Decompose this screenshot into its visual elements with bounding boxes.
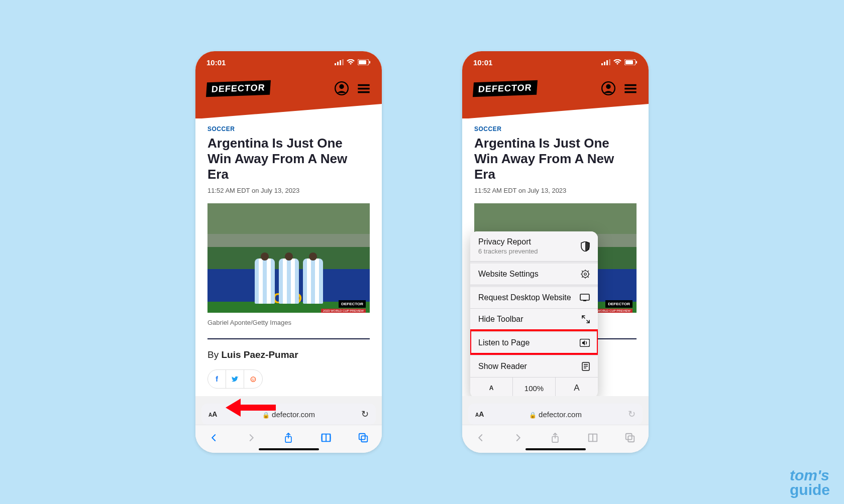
- site-header-area: 10:01 DEFECTOR: [195, 51, 382, 118]
- svg-point-30: [582, 271, 589, 278]
- hamburger-icon[interactable]: [357, 81, 371, 95]
- gear-icon: [581, 270, 590, 279]
- svg-rect-32: [580, 294, 589, 300]
- article-content: SOCCER Argentina Is Just One Win Away Fr…: [195, 118, 382, 408]
- author-link[interactable]: Luis Paez-Pumar: [221, 349, 298, 360]
- svg-rect-29: [624, 91, 636, 93]
- lock-icon: 🔒: [529, 412, 537, 419]
- article-category[interactable]: SOCCER: [207, 125, 370, 133]
- article-category[interactable]: SOCCER: [474, 125, 637, 133]
- zoom-level[interactable]: 100%: [513, 377, 556, 399]
- svg-rect-27: [624, 84, 636, 86]
- url-text: defector.com: [539, 410, 582, 419]
- reload-button[interactable]: ↻: [361, 409, 369, 420]
- account-icon[interactable]: [335, 81, 349, 95]
- page-settings-button[interactable]: AA: [475, 410, 484, 418]
- back-button[interactable]: [207, 431, 221, 445]
- forward-button: [244, 431, 258, 445]
- battery-icon: [358, 59, 371, 65]
- svg-rect-21: [609, 59, 610, 65]
- svg-rect-5: [359, 60, 366, 64]
- page-settings-menu: Privacy Report 6 trackers prevented Webs…: [470, 231, 598, 399]
- reload-button: ↻: [628, 409, 636, 420]
- zoom-row: A 100% A: [470, 377, 598, 399]
- image-badge: DEFECTOR: [339, 300, 366, 308]
- bookmarks-button[interactable]: [319, 431, 333, 445]
- menu-website-settings[interactable]: Website Settings: [470, 262, 598, 285]
- share-row: f: [207, 369, 263, 389]
- share-reddit[interactable]: [244, 370, 262, 388]
- svg-rect-28: [624, 88, 636, 90]
- article-timestamp: 11:52 AM EDT on July 13, 2023: [474, 187, 637, 194]
- page-settings-button[interactable]: AA: [208, 410, 217, 418]
- bookmarks-button: [586, 431, 600, 445]
- phone-right: 10:01 DEFECTOR SOCCER Argentina Is Just …: [462, 51, 649, 453]
- shield-icon: [581, 241, 590, 251]
- forward-button: [511, 431, 525, 445]
- expand-icon: [582, 315, 590, 323]
- svg-point-31: [584, 273, 587, 276]
- cellular-icon: [335, 59, 344, 65]
- wifi-icon: [613, 59, 621, 65]
- svg-rect-20: [606, 60, 608, 65]
- article-headline: Argentina Is Just One Win Away From A Ne…: [474, 136, 637, 183]
- menu-show-reader[interactable]: Show Reader: [470, 354, 598, 377]
- svg-point-14: [254, 379, 255, 380]
- menu-request-desktop[interactable]: Request Desktop Website: [470, 285, 598, 309]
- svg-rect-17: [361, 436, 367, 442]
- site-logo[interactable]: DEFECTOR: [473, 80, 538, 96]
- wifi-icon: [347, 59, 355, 65]
- share-facebook[interactable]: f: [208, 370, 226, 388]
- share-button[interactable]: [281, 431, 295, 445]
- clock: 10:01: [473, 58, 492, 67]
- svg-rect-18: [601, 63, 603, 65]
- image-badge: DEFECTOR: [605, 300, 632, 308]
- callout-arrow-icon: [226, 399, 276, 417]
- image-subbadge: 2023 WORLD CUP PREVIEW: [321, 309, 366, 313]
- svg-rect-41: [628, 436, 634, 442]
- status-bar: 10:01: [195, 51, 382, 73]
- menu-hide-toolbar[interactable]: Hide Toolbar: [470, 309, 598, 330]
- svg-point-12: [251, 376, 255, 381]
- menu-listen-to-page[interactable]: Listen to Page: [470, 330, 598, 354]
- svg-point-8: [339, 84, 344, 89]
- watermark: tom's guide: [790, 468, 830, 497]
- hamburger-icon[interactable]: [623, 81, 638, 95]
- status-bar: 10:01: [462, 51, 649, 73]
- back-button: [474, 431, 488, 445]
- svg-rect-0: [335, 63, 336, 65]
- svg-rect-33: [583, 300, 586, 301]
- article-timestamp: 11:52 AM EDT on July 13, 2023: [207, 187, 370, 194]
- svg-rect-6: [369, 61, 370, 64]
- svg-rect-16: [359, 433, 365, 439]
- reader-icon: [582, 362, 590, 371]
- url-bar[interactable]: AA 🔒defector.com ↻: [468, 404, 643, 425]
- site-header-area: 10:01 DEFECTOR: [462, 51, 649, 118]
- cellular-icon: [601, 59, 610, 65]
- zoom-out-button[interactable]: A: [470, 377, 513, 399]
- desktop-icon: [580, 294, 590, 302]
- battery-icon: [624, 59, 638, 65]
- tabs-button[interactable]: [356, 431, 370, 445]
- menu-privacy-report[interactable]: Privacy Report 6 trackers prevented: [470, 231, 598, 262]
- clock: 10:01: [206, 58, 226, 67]
- url-text: defector.com: [272, 410, 315, 419]
- site-logo[interactable]: DEFECTOR: [206, 80, 271, 96]
- home-indicator: [525, 448, 586, 450]
- svg-rect-1: [337, 62, 339, 65]
- svg-rect-3: [342, 59, 344, 65]
- svg-rect-10: [358, 88, 369, 90]
- zoom-in-button[interactable]: A: [556, 377, 598, 399]
- svg-point-13: [252, 379, 253, 380]
- svg-rect-40: [626, 433, 632, 439]
- account-icon[interactable]: [601, 81, 615, 95]
- tabs-button: [623, 431, 637, 445]
- article-headline: Argentina Is Just One Win Away From A Ne…: [207, 136, 370, 183]
- home-indicator: [259, 448, 319, 450]
- svg-rect-2: [340, 60, 341, 65]
- share-twitter[interactable]: [226, 370, 244, 388]
- status-icons: [335, 59, 371, 65]
- svg-rect-23: [625, 60, 633, 64]
- svg-rect-19: [604, 62, 605, 65]
- status-icons: [601, 59, 638, 65]
